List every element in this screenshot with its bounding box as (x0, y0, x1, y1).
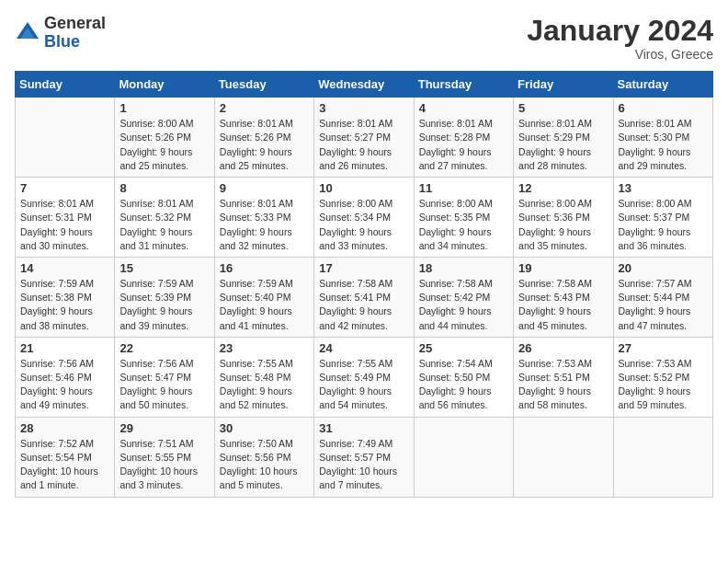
day-number: 24 (319, 341, 408, 355)
day-number: 20 (619, 261, 708, 275)
day-number: 10 (319, 181, 408, 195)
calendar-week-row: 28Sunrise: 7:52 AMSunset: 5:54 PMDayligh… (16, 417, 713, 497)
day-number: 13 (619, 181, 708, 195)
day-info: Sunrise: 7:59 AMSunset: 5:39 PMDaylight:… (119, 277, 209, 333)
calendar-cell: 5Sunrise: 8:01 AMSunset: 5:29 PMDaylight… (514, 98, 613, 178)
day-number: 27 (619, 341, 708, 355)
day-number: 16 (220, 261, 309, 275)
calendar-cell: 19Sunrise: 7:58 AMSunset: 5:43 PMDayligh… (514, 257, 613, 337)
day-number: 4 (419, 101, 508, 115)
day-info: Sunrise: 7:59 AMSunset: 5:40 PMDaylight:… (220, 277, 309, 333)
day-number: 22 (119, 341, 209, 355)
calendar-cell: 22Sunrise: 7:56 AMSunset: 5:47 PMDayligh… (115, 337, 214, 417)
day-info: Sunrise: 7:58 AMSunset: 5:41 PMDaylight:… (319, 277, 408, 333)
calendar-cell: 20Sunrise: 7:57 AMSunset: 5:44 PMDayligh… (613, 257, 712, 337)
calendar-cell: 11Sunrise: 8:00 AMSunset: 5:35 PMDayligh… (414, 178, 513, 258)
day-number: 12 (518, 181, 608, 195)
day-number: 31 (319, 421, 408, 435)
calendar-table: SundayMondayTuesdayWednesdayThursdayFrid… (15, 71, 713, 497)
day-number: 23 (220, 341, 309, 355)
day-info: Sunrise: 7:53 AMSunset: 5:52 PMDaylight:… (619, 357, 708, 413)
day-info: Sunrise: 8:01 AMSunset: 5:26 PMDaylight:… (220, 117, 309, 173)
logo-text: General Blue (44, 15, 106, 52)
calendar-cell: 12Sunrise: 8:00 AMSunset: 5:36 PMDayligh… (514, 178, 613, 258)
month-title: January 2024 (527, 15, 713, 47)
day-number: 29 (119, 421, 209, 435)
day-number: 7 (20, 181, 109, 195)
weekday-header-tuesday: Tuesday (214, 72, 313, 98)
day-number: 2 (220, 101, 309, 115)
calendar-cell: 29Sunrise: 7:51 AMSunset: 5:55 PMDayligh… (115, 417, 214, 497)
day-info: Sunrise: 7:59 AMSunset: 5:38 PMDaylight:… (20, 277, 109, 333)
calendar-week-row: 14Sunrise: 7:59 AMSunset: 5:38 PMDayligh… (16, 257, 713, 337)
day-number: 5 (518, 101, 608, 115)
day-info: Sunrise: 7:58 AMSunset: 5:43 PMDaylight:… (518, 277, 608, 333)
calendar-cell: 4Sunrise: 8:01 AMSunset: 5:28 PMDaylight… (414, 98, 513, 178)
day-info: Sunrise: 7:56 AMSunset: 5:46 PMDaylight:… (20, 357, 109, 413)
day-info: Sunrise: 7:54 AMSunset: 5:50 PMDaylight:… (419, 357, 508, 413)
calendar-cell: 18Sunrise: 7:58 AMSunset: 5:42 PMDayligh… (414, 257, 513, 337)
day-info: Sunrise: 8:01 AMSunset: 5:32 PMDaylight:… (119, 197, 209, 253)
day-number: 11 (419, 181, 508, 195)
day-info: Sunrise: 7:50 AMSunset: 5:56 PMDaylight:… (220, 437, 309, 493)
calendar-header-row: SundayMondayTuesdayWednesdayThursdayFrid… (16, 72, 713, 98)
day-info: Sunrise: 7:55 AMSunset: 5:48 PMDaylight:… (220, 357, 309, 413)
calendar-cell: 31Sunrise: 7:49 AMSunset: 5:57 PMDayligh… (314, 417, 414, 497)
day-info: Sunrise: 8:00 AMSunset: 5:36 PMDaylight:… (518, 197, 608, 253)
calendar-cell: 30Sunrise: 7:50 AMSunset: 5:56 PMDayligh… (214, 417, 313, 497)
day-info: Sunrise: 8:00 AMSunset: 5:37 PMDaylight:… (619, 197, 708, 253)
calendar-cell: 13Sunrise: 8:00 AMSunset: 5:37 PMDayligh… (613, 178, 712, 258)
calendar-cell: 14Sunrise: 7:59 AMSunset: 5:38 PMDayligh… (16, 257, 115, 337)
day-info: Sunrise: 7:58 AMSunset: 5:42 PMDaylight:… (419, 277, 508, 333)
day-number: 30 (220, 421, 309, 435)
location-subtitle: Viros, Greece (527, 47, 713, 62)
calendar-cell: 8Sunrise: 8:01 AMSunset: 5:32 PMDaylight… (115, 178, 214, 258)
day-info: Sunrise: 8:00 AMSunset: 5:26 PMDaylight:… (119, 117, 209, 173)
calendar-cell: 17Sunrise: 7:58 AMSunset: 5:41 PMDayligh… (314, 257, 414, 337)
day-number: 17 (319, 261, 408, 275)
calendar-cell: 27Sunrise: 7:53 AMSunset: 5:52 PMDayligh… (613, 337, 712, 417)
calendar-cell: 26Sunrise: 7:53 AMSunset: 5:51 PMDayligh… (514, 337, 613, 417)
day-info: Sunrise: 7:57 AMSunset: 5:44 PMDaylight:… (619, 277, 708, 333)
day-info: Sunrise: 8:00 AMSunset: 5:34 PMDaylight:… (319, 197, 408, 253)
day-info: Sunrise: 7:53 AMSunset: 5:51 PMDaylight:… (518, 357, 608, 413)
day-number: 28 (20, 421, 109, 435)
weekday-header-sunday: Sunday (16, 72, 115, 98)
weekday-header-friday: Friday (514, 72, 613, 98)
day-info: Sunrise: 7:52 AMSunset: 5:54 PMDaylight:… (20, 437, 109, 493)
calendar-cell: 15Sunrise: 7:59 AMSunset: 5:39 PMDayligh… (115, 257, 214, 337)
day-number: 8 (119, 181, 209, 195)
day-info: Sunrise: 7:51 AMSunset: 5:55 PMDaylight:… (119, 437, 209, 493)
calendar-cell: 1Sunrise: 8:00 AMSunset: 5:26 PMDaylight… (115, 98, 214, 178)
logo: General Blue (15, 15, 106, 52)
day-number: 21 (20, 341, 109, 355)
calendar-cell (16, 98, 115, 178)
day-number: 1 (119, 101, 209, 115)
calendar-cell (613, 417, 712, 497)
day-number: 26 (518, 341, 608, 355)
day-number: 19 (518, 261, 608, 275)
calendar-cell: 28Sunrise: 7:52 AMSunset: 5:54 PMDayligh… (16, 417, 115, 497)
calendar-week-row: 7Sunrise: 8:01 AMSunset: 5:31 PMDaylight… (16, 178, 713, 258)
day-info: Sunrise: 8:01 AMSunset: 5:30 PMDaylight:… (619, 117, 708, 173)
day-number: 25 (419, 341, 508, 355)
calendar-cell: 6Sunrise: 8:01 AMSunset: 5:30 PMDaylight… (613, 98, 712, 178)
weekday-header-thursday: Thursday (414, 72, 513, 98)
day-info: Sunrise: 8:01 AMSunset: 5:31 PMDaylight:… (20, 197, 109, 253)
calendar-cell: 25Sunrise: 7:54 AMSunset: 5:50 PMDayligh… (414, 337, 513, 417)
calendar-cell: 9Sunrise: 8:01 AMSunset: 5:33 PMDaylight… (214, 178, 313, 258)
day-info: Sunrise: 8:01 AMSunset: 5:33 PMDaylight:… (220, 197, 309, 253)
general-blue-logo-icon (15, 20, 40, 46)
day-number: 18 (419, 261, 508, 275)
calendar-cell: 2Sunrise: 8:01 AMSunset: 5:26 PMDaylight… (214, 98, 313, 178)
calendar-cell: 16Sunrise: 7:59 AMSunset: 5:40 PMDayligh… (214, 257, 313, 337)
calendar-cell: 10Sunrise: 8:00 AMSunset: 5:34 PMDayligh… (314, 178, 414, 258)
day-number: 14 (20, 261, 109, 275)
title-block: January 2024 Viros, Greece (527, 15, 713, 62)
calendar-cell: 21Sunrise: 7:56 AMSunset: 5:46 PMDayligh… (16, 337, 115, 417)
day-info: Sunrise: 7:56 AMSunset: 5:47 PMDaylight:… (119, 357, 209, 413)
weekday-header-saturday: Saturday (613, 72, 712, 98)
calendar-cell: 24Sunrise: 7:55 AMSunset: 5:49 PMDayligh… (314, 337, 414, 417)
calendar-week-row: 1Sunrise: 8:00 AMSunset: 5:26 PMDaylight… (16, 98, 713, 178)
day-number: 6 (619, 101, 708, 115)
